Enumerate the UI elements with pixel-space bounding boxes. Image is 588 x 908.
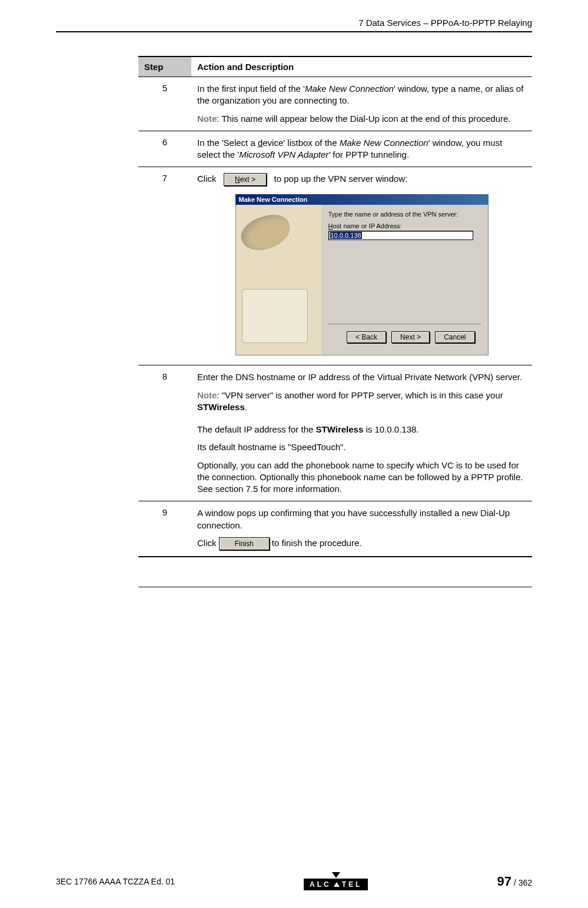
- step-number: 9: [138, 501, 191, 557]
- step-action: Click Next > to pop up the VPN server wi…: [191, 167, 532, 365]
- table-row: 9 A window pops up confirming that you h…: [138, 501, 532, 557]
- cancel-button[interactable]: Cancel: [435, 331, 474, 343]
- step-number: 8: [138, 365, 191, 501]
- procedure-table: Step Action and Description 5 In the fir…: [138, 56, 532, 557]
- table-row: 8 Enter the DNS hostname or IP address o…: [138, 365, 532, 501]
- col-action: Action and Description: [191, 56, 532, 77]
- chapter-header: 7 Data Services – PPPoA-to-PPTP Relaying: [56, 18, 532, 28]
- table-row: 7 Click Next > to pop up the VPN server …: [138, 167, 532, 365]
- step-action: In the first input field of the 'Make Ne…: [191, 77, 532, 131]
- host-input[interactable]: 10.0.0.138: [328, 231, 473, 240]
- header-rule: [56, 31, 532, 32]
- step-number: 5: [138, 77, 191, 131]
- col-step: Step: [138, 56, 191, 77]
- host-label: Host name or IP Address:: [328, 222, 481, 230]
- table-row: 6 In the 'Select a device' listbox of th…: [138, 131, 532, 167]
- wizard-image: [236, 205, 321, 355]
- wizard-title: Make New Connection: [235, 194, 489, 205]
- step-number: 6: [138, 131, 191, 167]
- next-button[interactable]: Next >: [224, 173, 267, 186]
- finish-button[interactable]: Finish: [219, 537, 270, 550]
- step-action: Enter the DNS hostname or IP address of …: [191, 365, 532, 501]
- next-button[interactable]: Next >: [391, 331, 430, 343]
- section-rule: [138, 587, 532, 587]
- wizard-prompt: Type the name or address of the VPN serv…: [328, 211, 481, 218]
- page-footer: 3EC 17766 AAAA TCZZA Ed. 01 ALCTEL 97 / …: [0, 872, 588, 890]
- page-number: 97 / 362: [497, 874, 532, 889]
- table-row: 5 In the first input field of the 'Make …: [138, 77, 532, 131]
- doc-id: 3EC 17766 AAAA TCZZA Ed. 01: [56, 877, 175, 886]
- step-action: In the 'Select a device' listbox of the …: [191, 131, 532, 167]
- step-number: 7: [138, 167, 191, 365]
- triangle-icon: [334, 882, 340, 887]
- back-button[interactable]: < Back: [347, 331, 386, 343]
- wizard-window: Make New Connection Type the name or add…: [235, 194, 489, 355]
- step-action: A window pops up confirming that you hav…: [191, 501, 532, 557]
- alcatel-logo: ALCTEL: [304, 872, 368, 890]
